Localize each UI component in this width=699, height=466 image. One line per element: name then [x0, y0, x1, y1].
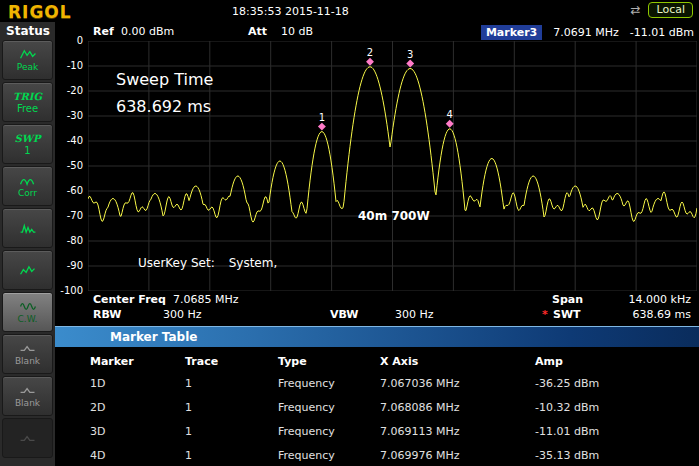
marker-table-cell: 4D [90, 444, 185, 466]
y-axis-tick: -10 [55, 60, 83, 71]
marker-table-cell: Frequency [278, 420, 380, 444]
sidebar-item-sublabel: 1 [24, 145, 30, 156]
svg-text:3: 3 [407, 49, 413, 60]
span-label: Span [552, 293, 583, 306]
marker-table: MarkerTraceTypeX AxisAmp1D1Frequency7.06… [55, 352, 699, 466]
footer-row-1: Center Freq 7.0685 MHz Span 14.000 kHz [55, 293, 699, 307]
sidebar-item-meas-a [2, 208, 53, 248]
marker-table-cell: -36.25 dBm [535, 372, 699, 396]
sidebar-item-blank-1: Blank [2, 334, 53, 374]
marker-table-cell: Frequency [278, 444, 380, 466]
blank-waveform-icon [17, 432, 39, 445]
sidebar-item-sublabel: Free [17, 103, 38, 114]
sidebar-item-label: Peak [17, 62, 38, 72]
y-axis-tick: -80 [55, 235, 83, 246]
rbw-value: 300 Hz [163, 308, 202, 321]
sidebar-item-meas-b [2, 250, 53, 290]
marker-table-cell: 1 [185, 396, 278, 420]
marker-table-cell: 1 [185, 420, 278, 444]
svg-text:2: 2 [367, 47, 373, 58]
sidebar-item-trig-free: TRIGFree [2, 82, 53, 122]
footer-row-2: RBW 300 Hz VBW 300 Hz * SWT 638.69 ms [55, 308, 699, 322]
sidebar-item-cw: C.W. [2, 292, 53, 332]
y-axis-tick: -40 [55, 135, 83, 146]
clock-timestamp: 18:35:53 2015-11-18 [232, 5, 349, 18]
top-bar: RIGOL 18:35:53 2015-11-18 ⇄ Local [0, 0, 699, 22]
ref-value: 0.00 dBm [121, 25, 174, 38]
marker-amplitude: -11.01 dBm [630, 26, 694, 39]
sweep-time-label: Sweep Time [116, 70, 213, 89]
ref-label: Ref [93, 25, 114, 38]
sidebar-items: PeakTRIGFreeSWP1CorrC.W.BlankBlank [0, 40, 55, 458]
main-display: Ref 0.00 dBm Att 10 dB Marker3 7.0691 MH… [55, 22, 699, 466]
marker-table-cell: -11.01 dBm [535, 420, 699, 444]
sidebar-item-blank-2: Blank [2, 376, 53, 416]
center-freq-value: 7.0685 MHz [173, 293, 239, 306]
marker-table-cell: Frequency [278, 396, 380, 420]
vbw-value: 300 Hz [395, 308, 434, 321]
marker-table-cell: 7.068086 MHz [380, 396, 535, 420]
marker-table-cell: 7.067036 MHz [380, 372, 535, 396]
marker-frequency: 7.0691 MHz [553, 26, 619, 39]
annotation-text: 40m 700W [358, 209, 430, 223]
swt-asterisk: * [542, 308, 548, 321]
marker-table-cell: 2D [90, 396, 185, 420]
local-button[interactable]: Local [648, 2, 693, 18]
sidebar-item-label: C.W. [18, 314, 38, 324]
marker-table-cell: -10.32 dBm [535, 396, 699, 420]
sidebar-item-blank-3 [2, 418, 53, 458]
marker-table-cell: 1 [185, 372, 278, 396]
swt-label: SWT [553, 308, 581, 321]
y-axis-tick: -50 [55, 160, 83, 171]
marker-table-cell: 7.069976 MHz [380, 444, 535, 466]
sidebar-item-swp: SWP1 [2, 124, 53, 164]
y-axis-tick: -60 [55, 185, 83, 196]
y-axis: 0-10-20-30-40-50-60-70-80-90-100 [55, 41, 85, 291]
remote-transfer-icon: ⇄ [630, 2, 640, 18]
y-axis-tick: 0 [55, 35, 83, 46]
marker-table-cell: -35.13 dBm [535, 444, 699, 466]
sidebar-item-label: Blank [15, 398, 40, 408]
marker-table-cell: 7.069113 MHz [380, 420, 535, 444]
sidebar-title: Status [0, 22, 55, 38]
sidebar-item-label: SWP [15, 133, 41, 144]
marker-table-cell: 1 [185, 444, 278, 466]
spectrum-analyzer-screen: RIGOL 18:35:53 2015-11-18 ⇄ Local Status… [0, 0, 699, 466]
att-value: 10 dB [281, 25, 313, 38]
waveform-icon [17, 222, 39, 235]
marker-table-col-2: Type [278, 352, 380, 372]
svg-text:4: 4 [447, 109, 453, 120]
blank-waveform-icon [17, 342, 39, 355]
swt-value: 638.69 ms [633, 308, 691, 321]
marker-table-col-4: Amp [535, 352, 699, 372]
marker-table-col-1: Trace [185, 352, 278, 372]
userkey-label: UserKey Set: [138, 256, 215, 270]
userkey-message: UserKey Set:System, [138, 256, 277, 270]
marker-table-title: Marker Table [110, 327, 197, 348]
marker-table-col-3: X Axis [380, 352, 535, 372]
svg-text:1: 1 [319, 112, 325, 123]
rbw-label: RBW [93, 308, 121, 321]
center-freq-label: Center Freq [93, 293, 166, 306]
rigol-logo: RIGOL [8, 2, 72, 22]
active-marker-readout: Marker3 7.0691 MHz -11.01 dBm [481, 25, 694, 40]
status-sidebar: Status PeakTRIGFreeSWP1CorrC.W.BlankBlan… [0, 22, 55, 466]
cw-waveform-icon [17, 300, 39, 313]
userkey-value: System, [229, 256, 278, 270]
corr-waveform-icon [17, 174, 39, 187]
blank-waveform-icon [17, 384, 39, 397]
spectrum-plot: 1234 Sweep Time 638.692 ms 40m 700W User… [88, 41, 697, 291]
marker-table-col-0: Marker [90, 352, 185, 372]
sidebar-item-label: Corr [18, 188, 37, 198]
span-value: 14.000 kHz [629, 293, 691, 306]
marker-table-header-bar: Marker Table [55, 326, 699, 347]
y-axis-tick: -70 [55, 210, 83, 221]
y-axis-tick: -90 [55, 260, 83, 271]
sidebar-item-label: TRIG [13, 91, 42, 102]
marker-table-cell: Frequency [278, 372, 380, 396]
marker-name-badge: Marker3 [481, 25, 542, 40]
vbw-label: VBW [330, 308, 358, 321]
peak-waveform-icon [17, 48, 39, 61]
y-axis-tick: -20 [55, 85, 83, 96]
sidebar-item-corr: Corr [2, 166, 53, 206]
